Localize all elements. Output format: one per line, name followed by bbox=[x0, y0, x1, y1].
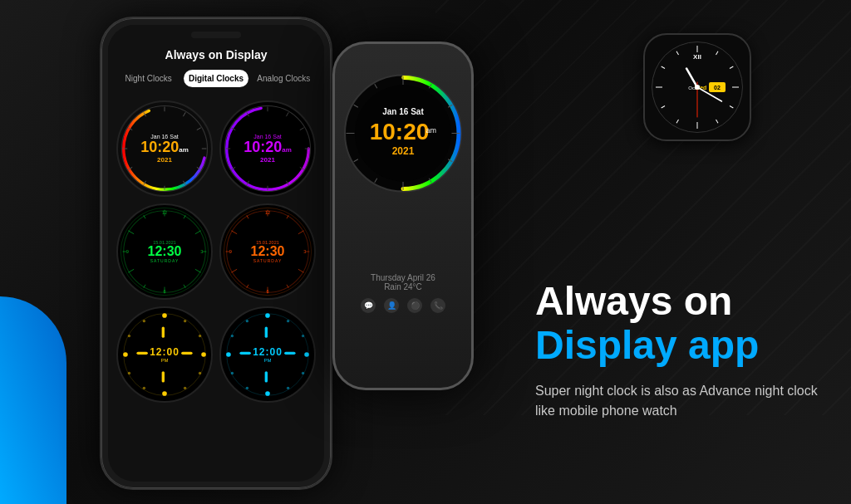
phone-screen: Always on Display Night Clocks Digital C… bbox=[108, 25, 324, 482]
svg-line-44 bbox=[128, 231, 134, 234]
contacts-icon: 👤 bbox=[384, 298, 399, 313]
phone-icon: 📞 bbox=[430, 298, 445, 313]
svg-rect-80 bbox=[162, 371, 165, 382]
svg-line-118 bbox=[716, 51, 719, 55]
svg-rect-95 bbox=[284, 352, 295, 355]
clock-rainbow[interactable]: Jan 16 Sat 10:20am 2021 bbox=[116, 100, 213, 197]
svg-point-70 bbox=[184, 387, 186, 389]
tab-bar: Night Clocks Digital Clocks Analog Clock… bbox=[108, 70, 324, 94]
clock-green-digital[interactable]: 12 3 6 9 bbox=[116, 203, 213, 300]
svg-rect-96 bbox=[265, 326, 268, 337]
svg-rect-79 bbox=[162, 326, 165, 337]
app-icons-row: 💬 👤 ⚫ 📞 bbox=[335, 298, 471, 313]
svg-point-72 bbox=[143, 387, 145, 389]
svg-line-121 bbox=[730, 106, 733, 109]
svg-line-17 bbox=[286, 112, 288, 116]
svg-line-62 bbox=[231, 231, 237, 234]
clock-orange-digital[interactable]: 12 3 6 9 bbox=[219, 203, 316, 300]
svg-text:10:20: 10:20 bbox=[370, 119, 430, 144]
svg-point-67 bbox=[199, 335, 201, 337]
svg-rect-78 bbox=[181, 352, 192, 355]
svg-text:02: 02 bbox=[714, 85, 721, 91]
wechat-icon: 💬 bbox=[361, 298, 376, 313]
svg-text:3: 3 bbox=[303, 249, 306, 254]
svg-text:am: am bbox=[426, 126, 437, 135]
svg-point-65 bbox=[162, 313, 167, 318]
svg-line-18 bbox=[300, 128, 304, 130]
svg-text:9: 9 bbox=[126, 249, 129, 254]
svg-point-85 bbox=[304, 352, 309, 357]
weather-info: Thursday April 26 Rain 24°C 💬 👤 ⚫ 📞 bbox=[335, 273, 471, 313]
big-clock-face: Jan 16 Sat 10:20 am 2021 bbox=[343, 73, 464, 193]
right-text-block: Always on Display app Super night clock … bbox=[535, 280, 818, 421]
svg-point-88 bbox=[265, 391, 270, 396]
svg-point-91 bbox=[226, 352, 231, 357]
svg-line-124 bbox=[676, 120, 679, 123]
svg-line-122 bbox=[716, 120, 719, 123]
svg-point-86 bbox=[302, 372, 304, 374]
svg-line-3 bbox=[183, 112, 185, 116]
watch-icon-container: XII 02 Wed Oct bbox=[643, 33, 751, 141]
big-phone-frame: Jan 16 Sat 10:20 am 2021 Thursday April … bbox=[332, 42, 474, 390]
svg-text:XII: XII bbox=[693, 53, 701, 61]
phone-frame: Always on Display Night Clocks Digital C… bbox=[100, 17, 332, 490]
svg-point-89 bbox=[246, 387, 248, 389]
watch-face: XII 02 Wed Oct bbox=[643, 33, 751, 141]
svg-line-42 bbox=[128, 269, 134, 272]
svg-point-73 bbox=[128, 372, 130, 374]
svg-rect-97 bbox=[265, 371, 268, 382]
svg-line-119 bbox=[730, 66, 733, 69]
svg-line-128 bbox=[676, 51, 679, 55]
svg-line-38 bbox=[195, 269, 201, 272]
svg-point-76 bbox=[143, 320, 145, 322]
svg-point-93 bbox=[246, 320, 248, 322]
svg-point-90 bbox=[231, 372, 234, 374]
clock-purple[interactable]: Jan 16 Sat 10:20am 2021 bbox=[219, 100, 316, 197]
message-icon: ⚫ bbox=[407, 298, 422, 313]
svg-rect-94 bbox=[239, 352, 250, 355]
svg-line-60 bbox=[231, 269, 237, 272]
big-phone-container: Jan 16 Sat 10:20 am 2021 Thursday April … bbox=[324, 42, 482, 407]
svg-point-66 bbox=[184, 320, 186, 322]
svg-point-83 bbox=[287, 320, 289, 322]
svg-text:Jan 16 Sat: Jan 16 Sat bbox=[382, 107, 424, 116]
svg-line-36 bbox=[195, 231, 201, 234]
clock-yellow-dots[interactable]: 12:00 PM bbox=[116, 306, 213, 403]
svg-line-125 bbox=[662, 106, 665, 109]
svg-point-75 bbox=[128, 335, 130, 337]
phone-notch bbox=[191, 32, 241, 38]
svg-point-87 bbox=[287, 387, 289, 389]
svg-text:9: 9 bbox=[229, 249, 232, 254]
svg-point-71 bbox=[162, 391, 167, 396]
tab-night-clocks[interactable]: Night Clocks bbox=[116, 70, 180, 87]
svg-point-69 bbox=[199, 372, 201, 374]
svg-point-82 bbox=[265, 313, 270, 318]
svg-line-127 bbox=[662, 66, 665, 69]
svg-point-68 bbox=[201, 352, 206, 357]
clock-cyan-dots[interactable]: 12:00 PM bbox=[219, 306, 316, 403]
svg-point-92 bbox=[231, 335, 234, 337]
svg-line-4 bbox=[197, 128, 201, 130]
svg-point-74 bbox=[123, 352, 128, 357]
svg-point-137 bbox=[695, 85, 700, 90]
watch-dial: XII 02 Wed Oct bbox=[652, 42, 743, 133]
tab-digital-clocks[interactable]: Digital Clocks bbox=[184, 70, 248, 87]
phone-mockup: Always on Display Night Clocks Digital C… bbox=[100, 17, 332, 490]
svg-line-56 bbox=[298, 269, 304, 272]
app-description: Super night clock is also as Advance nig… bbox=[535, 381, 818, 421]
svg-text:2021: 2021 bbox=[392, 145, 415, 157]
blue-accent-decoration bbox=[0, 296, 66, 504]
svg-rect-77 bbox=[136, 352, 147, 355]
svg-point-84 bbox=[302, 335, 304, 337]
svg-text:3: 3 bbox=[200, 249, 203, 254]
clocks-grid: Jan 16 Sat 10:20am 2021 bbox=[108, 94, 324, 409]
svg-line-134 bbox=[686, 68, 697, 87]
svg-line-54 bbox=[298, 231, 304, 234]
tab-analog-clocks[interactable]: Analog Clocks bbox=[252, 70, 316, 87]
headline-line1: Always on Display app bbox=[535, 280, 818, 368]
